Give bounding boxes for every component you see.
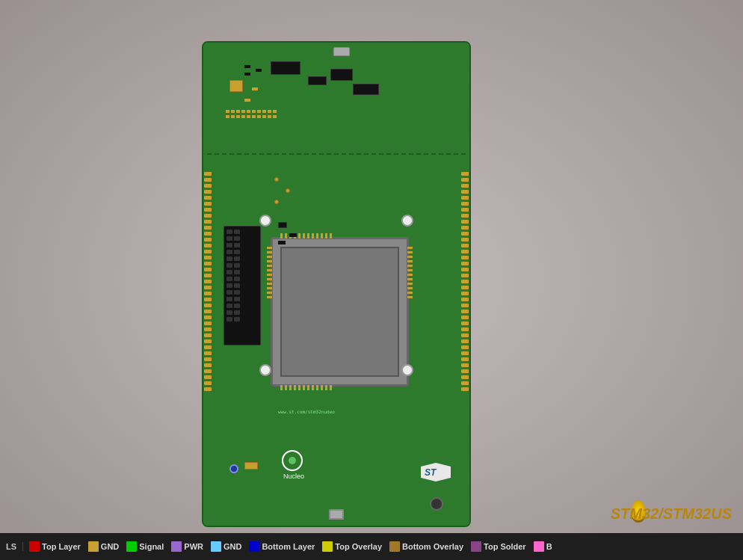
pcb-container: www.st.com/stm32nudeo Nucleo ST: [202, 41, 471, 527]
status-ls-label: LS: [6, 542, 23, 551]
reset-button[interactable]: [430, 497, 443, 511]
layer-color-bottom-overlay: [389, 541, 400, 552]
website-text: www.st.com/stm32nudeo: [278, 409, 335, 414]
status-bar: LS Top Layer GND Signal PWR GND Bottom L…: [0, 533, 743, 560]
via-2: [286, 188, 290, 193]
left-connector-row-1: [203, 170, 212, 393]
pcb-inner: www.st.com/stm32nudeo Nucleo ST: [203, 43, 469, 526]
ic-top-usb: [330, 69, 353, 81]
layer-label-top-layer: Top Layer: [42, 542, 81, 551]
mount-hole-tl: [259, 215, 271, 227]
stm-watermark: STM32/STM32US: [611, 505, 732, 523]
layer-label-top-overlay: Top Overlay: [335, 542, 382, 551]
top-pads-row-2: [226, 115, 277, 118]
layer-color-pwr: [171, 541, 182, 552]
layer-label-pwr: PWR: [184, 542, 203, 551]
right-connector-row-1: [460, 170, 469, 393]
ic-near-chip-1: [278, 222, 287, 228]
mount-hole-br: [401, 364, 413, 376]
layer-color-gnd: [88, 541, 99, 552]
via-1: [274, 177, 279, 182]
layer-color-top-layer: [29, 541, 40, 552]
layer-top-layer[interactable]: Top Layer: [29, 541, 81, 552]
main-chip: [271, 237, 409, 387]
layer-color-top-solder: [471, 541, 481, 552]
r-near-chip-2: [278, 241, 286, 244]
ic-top-2: [308, 76, 327, 85]
ic-top-3: [353, 84, 379, 95]
usb-connector: [333, 47, 350, 56]
layer-bottom-layer[interactable]: Bottom Layer: [249, 541, 315, 552]
connector-bottom-1: [244, 462, 258, 470]
layer-color-gnd2: [211, 541, 221, 552]
layer-signal[interactable]: Signal: [126, 541, 164, 552]
layer-gnd2[interactable]: GND: [211, 541, 241, 552]
r1: [244, 65, 250, 68]
usb-bottom: [329, 509, 344, 520]
header-connector-left: [223, 226, 261, 345]
layer-color-bottom-layer: [249, 541, 259, 552]
c2: [244, 99, 250, 102]
layer-top-overlay[interactable]: Top Overlay: [322, 541, 382, 552]
layer-color-top-overlay: [322, 541, 333, 552]
layer-label-top-solder: Top Solder: [484, 542, 526, 551]
r-near-chip-1: [289, 233, 297, 237]
r3: [244, 73, 250, 76]
r2: [256, 69, 262, 72]
c1: [252, 87, 258, 90]
ic-top-1: [271, 61, 300, 75]
layer-top-solder[interactable]: Top Solder: [471, 541, 526, 552]
layer-color-b: [534, 541, 544, 552]
layer-label-gnd: GND: [101, 542, 119, 551]
mount-hole-tr: [401, 215, 413, 227]
layer-label-bottom-overlay: Bottom Overlay: [402, 542, 463, 551]
layer-b[interactable]: B: [534, 541, 552, 552]
layer-label-signal: Signal: [139, 542, 164, 551]
layer-bottom-overlay[interactable]: Bottom Overlay: [389, 541, 463, 552]
svg-text:ST: ST: [425, 467, 437, 478]
component-yellow-tl: [229, 80, 243, 92]
sti-logo: ST: [421, 463, 451, 484]
led-blue: [229, 464, 238, 473]
chip-inner: [280, 247, 399, 377]
nucleo-branding: Nucleo: [282, 450, 304, 480]
pcb-board[interactable]: www.st.com/stm32nudeo Nucleo ST: [202, 41, 471, 527]
layer-label-gnd2: GND: [223, 542, 241, 551]
layer-pwr[interactable]: PWR: [171, 541, 203, 552]
mount-hole-bl: [259, 364, 271, 376]
layer-label-bottom-layer: Bottom Layer: [262, 542, 315, 551]
board-divider: [207, 153, 466, 155]
via-3: [274, 200, 279, 204]
layer-label-b: B: [546, 542, 552, 551]
layer-color-signal: [126, 541, 137, 552]
layer-gnd[interactable]: GND: [88, 541, 119, 552]
top-pads-row: [226, 110, 277, 113]
